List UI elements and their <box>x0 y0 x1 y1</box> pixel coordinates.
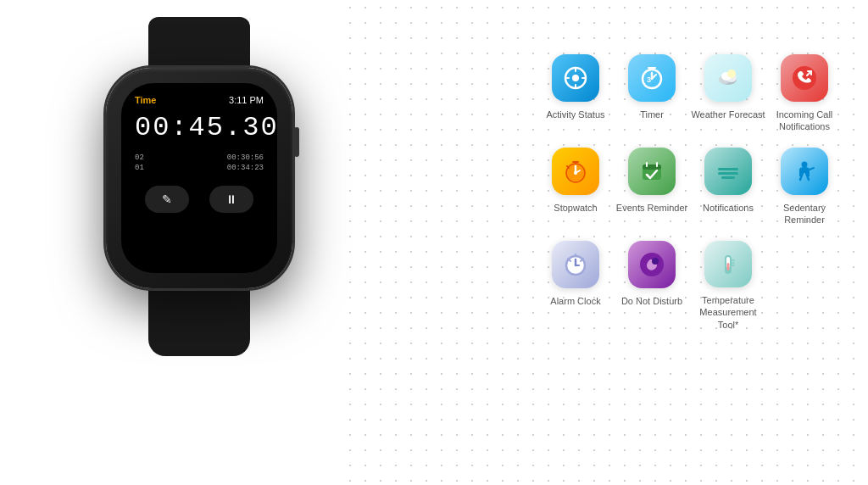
svg-point-1 <box>572 75 579 81</box>
svg-rect-17 <box>718 168 738 170</box>
sedentary-label: Sedentary Reminder <box>766 202 843 226</box>
watch: Time 3:11 PM 00:45.30 02 00:30:56 01 00:… <box>68 17 331 466</box>
notifications-label: Notifications <box>703 202 754 214</box>
svg-line-21 <box>810 168 814 170</box>
watch-band-bottom <box>148 288 250 356</box>
notifications-icon <box>704 148 752 195</box>
weather-label: Weather Forecast <box>691 109 765 120</box>
svg-rect-31 <box>727 263 730 270</box>
timer-icon: 3 <box>628 54 676 102</box>
events-label: Events Reminder <box>616 202 687 214</box>
feature-timer[interactable]: 3 Timer <box>614 51 690 144</box>
activity-status-label: Activity Status <box>546 109 604 120</box>
feature-weather[interactable]: Weather Forecast <box>690 51 766 144</box>
lap-list: 02 00:30:56 01 00:34:23 <box>135 152 264 174</box>
feature-stopwatch[interactable]: Stopwatch <box>537 144 614 237</box>
pause-icon: ⏸ <box>225 192 237 206</box>
watch-side-button <box>294 127 299 157</box>
svg-point-8 <box>727 70 736 78</box>
lap-time-2: 00:30:56 <box>227 153 264 162</box>
time-label: Time <box>135 95 156 105</box>
do-not-disturb-icon <box>628 241 676 288</box>
watch-band-top <box>148 17 250 68</box>
watch-screen: Time 3:11 PM 00:45.30 02 00:30:56 01 00:… <box>121 83 277 273</box>
stopwatch-display: 00:45.30 <box>135 112 264 143</box>
svg-point-20 <box>802 162 808 168</box>
feature-temperature[interactable]: Temperature Measurement Tool* <box>690 237 766 331</box>
svg-text:3: 3 <box>647 75 651 84</box>
pause-button[interactable]: ⏸ <box>209 186 253 213</box>
do-not-disturb-label: Do Not Disturb <box>621 295 682 307</box>
stopwatch-icon <box>552 148 599 195</box>
temperature-label: Temperature Measurement Tool* <box>690 294 766 331</box>
lap-item-2: 02 00:30:56 <box>135 153 264 162</box>
sedentary-icon <box>781 148 828 195</box>
lap-time-1: 00:34:23 <box>227 164 264 172</box>
edit-icon: ✎ <box>162 192 172 206</box>
feature-alarm[interactable]: Alarm Clock <box>537 237 614 331</box>
clock-display: 3:11 PM <box>229 95 264 105</box>
lap-number-2: 02 <box>135 153 144 162</box>
svg-rect-19 <box>721 176 735 179</box>
feature-do-not-disturb[interactable]: Do Not Disturb <box>614 237 690 331</box>
temperature-icon <box>704 241 752 287</box>
events-icon <box>628 148 676 195</box>
watch-body: Time 3:11 PM 00:45.30 02 00:30:56 01 00:… <box>106 68 292 288</box>
features-grid: Activity Status 3 Timer Weather For <box>537 51 843 331</box>
weather-icon <box>704 54 752 102</box>
lap-number-1: 01 <box>135 164 144 172</box>
screen-controls: ✎ ⏸ <box>135 186 264 213</box>
feature-sedentary[interactable]: Sedentary Reminder <box>766 144 843 237</box>
svg-rect-18 <box>718 172 738 175</box>
alarm-label: Alarm Clock <box>550 295 600 307</box>
feature-events[interactable]: Events Reminder <box>614 144 690 237</box>
screen-header: Time 3:11 PM <box>135 95 264 105</box>
feature-incoming-call[interactable]: Incoming Call Notifications <box>766 51 843 144</box>
lap-item-1: 01 00:34:23 <box>135 164 264 172</box>
alarm-icon <box>552 241 599 288</box>
activity-status-icon <box>552 54 599 102</box>
timer-label: Timer <box>640 109 664 120</box>
edit-button[interactable]: ✎ <box>145 186 189 213</box>
incoming-call-label: Incoming Call Notifications <box>766 109 843 133</box>
feature-activity-status[interactable]: Activity Status <box>537 51 614 144</box>
feature-notifications[interactable]: Notifications <box>690 144 766 237</box>
stopwatch-label: Stopwatch <box>554 202 597 214</box>
svg-point-25 <box>652 258 659 265</box>
svg-point-12 <box>574 171 577 175</box>
svg-rect-14 <box>643 164 661 170</box>
svg-point-9 <box>793 66 816 90</box>
incoming-call-icon <box>781 54 828 102</box>
